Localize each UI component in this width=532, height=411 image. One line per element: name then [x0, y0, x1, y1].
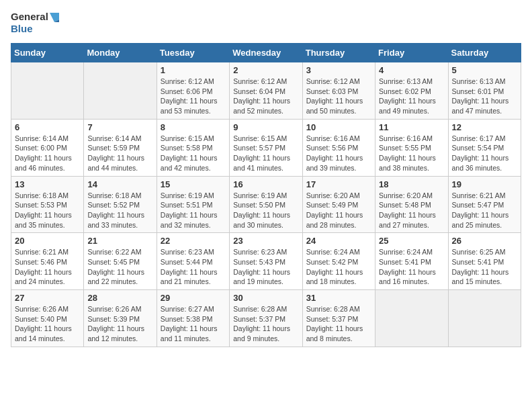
calendar-cell: 21 Sunrise: 6:22 AMSunset: 5:45 PMDaylig…: [84, 233, 157, 290]
day-detail: Sunrise: 6:14 AMSunset: 5:59 PMDaylight:…: [87, 134, 152, 173]
page-header: General Blue: [11, 11, 521, 35]
day-number: 21: [87, 236, 152, 246]
calendar-week-row: 27 Sunrise: 6:26 AMSunset: 5:40 PMDaylig…: [11, 290, 521, 347]
calendar-cell: 25 Sunrise: 6:24 AMSunset: 5:41 PMDaylig…: [375, 233, 448, 290]
day-detail: Sunrise: 6:15 AMSunset: 5:57 PMDaylight:…: [233, 134, 298, 173]
day-detail: Sunrise: 6:27 AMSunset: 5:38 PMDaylight:…: [161, 304, 226, 344]
day-detail: Sunrise: 6:28 AMSunset: 5:37 PMDaylight:…: [306, 304, 371, 344]
calendar-cell: 26 Sunrise: 6:25 AMSunset: 5:41 PMDaylig…: [448, 233, 521, 290]
day-number: 4: [379, 65, 444, 75]
calendar-cell: 13 Sunrise: 6:18 AMSunset: 5:53 PMDaylig…: [11, 176, 84, 233]
weekday-header-sunday: Sunday: [11, 44, 84, 62]
calendar-cell: 23 Sunrise: 6:23 AMSunset: 5:43 PMDaylig…: [230, 233, 302, 290]
day-number: 19: [452, 179, 517, 189]
day-detail: Sunrise: 6:20 AMSunset: 5:49 PMDaylight:…: [306, 191, 371, 230]
day-number: 31: [306, 293, 371, 303]
calendar-cell: 27 Sunrise: 6:26 AMSunset: 5:40 PMDaylig…: [11, 290, 84, 347]
weekday-header-thursday: Thursday: [302, 44, 375, 62]
day-detail: Sunrise: 6:12 AMSunset: 6:04 PMDaylight:…: [233, 77, 298, 116]
day-detail: Sunrise: 6:23 AMSunset: 5:43 PMDaylight:…: [233, 247, 298, 287]
day-number: 16: [233, 179, 298, 189]
day-number: 10: [306, 122, 371, 132]
day-detail: Sunrise: 6:12 AMSunset: 6:03 PMDaylight:…: [306, 77, 371, 116]
day-number: 3: [306, 65, 371, 75]
day-number: 8: [161, 122, 226, 132]
day-number: 9: [233, 122, 298, 132]
weekday-header-friday: Friday: [375, 44, 448, 62]
day-number: 24: [306, 236, 371, 246]
day-detail: Sunrise: 6:23 AMSunset: 5:44 PMDaylight:…: [161, 247, 226, 287]
calendar-cell: 17 Sunrise: 6:20 AMSunset: 5:49 PMDaylig…: [302, 176, 375, 233]
calendar-week-row: 1 Sunrise: 6:12 AMSunset: 6:06 PMDayligh…: [11, 62, 521, 120]
day-number: 26: [452, 236, 517, 246]
logo-text: General Blue: [11, 11, 59, 35]
calendar-table: SundayMondayTuesdayWednesdayThursdayFrid…: [11, 43, 521, 347]
calendar-cell: 5 Sunrise: 6:13 AMSunset: 6:01 PMDayligh…: [448, 62, 521, 120]
day-detail: Sunrise: 6:17 AMSunset: 5:54 PMDaylight:…: [452, 134, 517, 173]
day-detail: Sunrise: 6:15 AMSunset: 5:58 PMDaylight:…: [161, 134, 226, 173]
calendar-cell: 14 Sunrise: 6:18 AMSunset: 5:52 PMDaylig…: [84, 176, 157, 233]
day-number: 18: [379, 179, 444, 189]
day-detail: Sunrise: 6:28 AMSunset: 5:37 PMDaylight:…: [233, 304, 298, 344]
calendar-cell: [11, 62, 84, 120]
day-detail: Sunrise: 6:18 AMSunset: 5:53 PMDaylight:…: [15, 191, 80, 230]
calendar-cell: 9 Sunrise: 6:15 AMSunset: 5:57 PMDayligh…: [230, 119, 302, 176]
weekday-header-wednesday: Wednesday: [230, 44, 302, 62]
calendar-week-row: 13 Sunrise: 6:18 AMSunset: 5:53 PMDaylig…: [11, 176, 521, 233]
day-detail: Sunrise: 6:13 AMSunset: 6:01 PMDaylight:…: [452, 77, 517, 116]
day-detail: Sunrise: 6:14 AMSunset: 6:00 PMDaylight:…: [15, 134, 80, 173]
day-number: 23: [233, 236, 298, 246]
day-number: 17: [306, 179, 371, 189]
calendar-cell: 11 Sunrise: 6:16 AMSunset: 5:55 PMDaylig…: [375, 119, 448, 176]
calendar-cell: 20 Sunrise: 6:21 AMSunset: 5:46 PMDaylig…: [11, 233, 84, 290]
day-detail: Sunrise: 6:13 AMSunset: 6:02 PMDaylight:…: [379, 77, 444, 116]
calendar-week-row: 6 Sunrise: 6:14 AMSunset: 6:00 PMDayligh…: [11, 119, 521, 176]
calendar-cell: [448, 290, 521, 347]
day-detail: Sunrise: 6:12 AMSunset: 6:06 PMDaylight:…: [161, 77, 226, 116]
calendar-cell: 30 Sunrise: 6:28 AMSunset: 5:37 PMDaylig…: [230, 290, 302, 347]
calendar-cell: [375, 290, 448, 347]
day-number: 25: [379, 236, 444, 246]
calendar-cell: 15 Sunrise: 6:19 AMSunset: 5:51 PMDaylig…: [157, 176, 229, 233]
day-detail: Sunrise: 6:22 AMSunset: 5:45 PMDaylight:…: [87, 247, 152, 287]
day-number: 12: [452, 122, 517, 132]
calendar-cell: 12 Sunrise: 6:17 AMSunset: 5:54 PMDaylig…: [448, 119, 521, 176]
day-number: 22: [161, 236, 226, 246]
day-detail: Sunrise: 6:16 AMSunset: 5:55 PMDaylight:…: [379, 134, 444, 173]
calendar-cell: 7 Sunrise: 6:14 AMSunset: 5:59 PMDayligh…: [84, 119, 157, 176]
calendar-cell: 1 Sunrise: 6:12 AMSunset: 6:06 PMDayligh…: [157, 62, 229, 120]
day-number: 5: [452, 65, 517, 75]
day-detail: Sunrise: 6:19 AMSunset: 5:50 PMDaylight:…: [233, 191, 298, 230]
day-detail: Sunrise: 6:21 AMSunset: 5:46 PMDaylight:…: [15, 247, 80, 287]
day-number: 13: [15, 179, 80, 189]
day-detail: Sunrise: 6:24 AMSunset: 5:42 PMDaylight:…: [306, 247, 371, 287]
day-number: 27: [15, 293, 80, 303]
calendar-cell: 31 Sunrise: 6:28 AMSunset: 5:37 PMDaylig…: [302, 290, 375, 347]
calendar-cell: 3 Sunrise: 6:12 AMSunset: 6:03 PMDayligh…: [302, 62, 375, 120]
calendar-cell: 29 Sunrise: 6:27 AMSunset: 5:38 PMDaylig…: [157, 290, 229, 347]
calendar-cell: 18 Sunrise: 6:20 AMSunset: 5:48 PMDaylig…: [375, 176, 448, 233]
calendar-cell: 16 Sunrise: 6:19 AMSunset: 5:50 PMDaylig…: [230, 176, 302, 233]
weekday-header-tuesday: Tuesday: [157, 44, 229, 62]
day-number: 14: [87, 179, 152, 189]
day-number: 11: [379, 122, 444, 132]
day-detail: Sunrise: 6:16 AMSunset: 5:56 PMDaylight:…: [306, 134, 371, 173]
weekday-header-saturday: Saturday: [448, 44, 521, 62]
day-number: 28: [87, 293, 152, 303]
day-number: 30: [233, 293, 298, 303]
day-detail: Sunrise: 6:25 AMSunset: 5:41 PMDaylight:…: [452, 247, 517, 287]
day-detail: Sunrise: 6:24 AMSunset: 5:41 PMDaylight:…: [379, 247, 444, 287]
day-detail: Sunrise: 6:18 AMSunset: 5:52 PMDaylight:…: [87, 191, 152, 230]
day-number: 7: [87, 122, 152, 132]
calendar-cell: 8 Sunrise: 6:15 AMSunset: 5:58 PMDayligh…: [157, 119, 229, 176]
day-detail: Sunrise: 6:19 AMSunset: 5:51 PMDaylight:…: [161, 191, 226, 230]
day-detail: Sunrise: 6:26 AMSunset: 5:40 PMDaylight:…: [15, 304, 80, 344]
day-number: 1: [161, 65, 226, 75]
day-number: 29: [161, 293, 226, 303]
calendar-cell: 24 Sunrise: 6:24 AMSunset: 5:42 PMDaylig…: [302, 233, 375, 290]
calendar-cell: 22 Sunrise: 6:23 AMSunset: 5:44 PMDaylig…: [157, 233, 229, 290]
weekday-header-monday: Monday: [84, 44, 157, 62]
calendar-cell: [84, 62, 157, 120]
calendar-cell: 28 Sunrise: 6:26 AMSunset: 5:39 PMDaylig…: [84, 290, 157, 347]
logo: General Blue: [11, 11, 59, 35]
